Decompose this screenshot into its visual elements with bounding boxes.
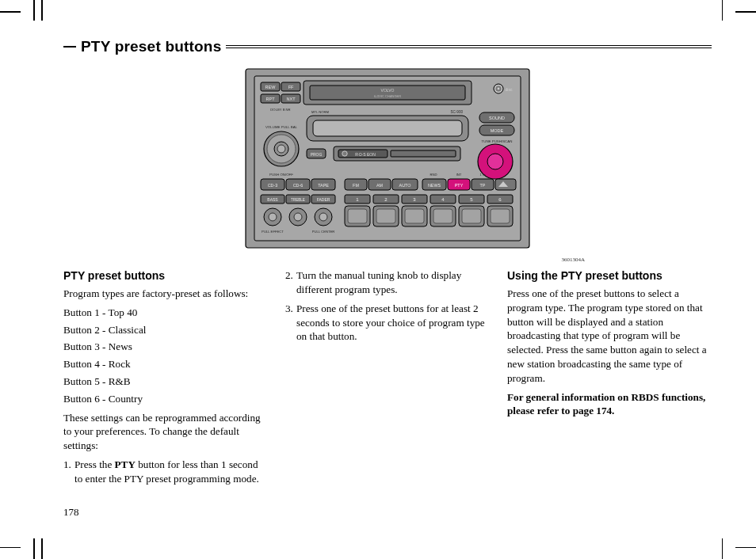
step-item: 3.Press one of the preset buttons for at… <box>285 302 490 344</box>
svg-rect-37 <box>391 150 456 157</box>
svg-text:disc: disc <box>506 87 513 92</box>
reference-note: For general information on RBDS function… <box>507 390 712 419</box>
svg-text:NEWS: NEWS <box>428 183 441 188</box>
radio-illustration: VOLVO 6-DISC CHANGER REW FF RPT NXT disc… <box>245 68 530 249</box>
figure-caption: 3601304A <box>63 257 712 264</box>
column-2: 2.Turn the manual tuning knob to display… <box>285 268 490 491</box>
preset-list: Button 1 - Top 40 Button 2 - Classical B… <box>63 306 268 406</box>
svg-text:R·D·S EON: R·D·S EON <box>355 152 376 157</box>
svg-text:INT: INT <box>456 173 462 177</box>
svg-text:RND: RND <box>430 173 437 177</box>
preset-item: Button 6 - Country <box>63 392 268 406</box>
svg-point-75 <box>319 213 327 221</box>
svg-text:PROG: PROG <box>311 152 323 157</box>
svg-text:CD-6: CD-6 <box>293 183 304 188</box>
preset-item: Button 4 - Rock <box>63 357 268 371</box>
column-3: Using the PTY preset buttons Press one o… <box>507 268 712 491</box>
svg-point-71 <box>269 213 277 221</box>
svg-text:SC-900: SC-900 <box>450 110 463 114</box>
svg-text:PTY: PTY <box>455 183 464 188</box>
column-1: PTY preset buttons Program types are fac… <box>63 268 268 491</box>
preset-item: Button 1 - Top 40 <box>63 306 268 320</box>
svg-rect-91 <box>348 209 367 223</box>
svg-text:TP: TP <box>480 183 486 188</box>
svg-point-39 <box>487 154 503 169</box>
step-item: 1. Press the PTY button for less than 1 … <box>63 458 268 486</box>
svg-text:PULL  CENTER: PULL CENTER <box>312 230 335 234</box>
title-rule-right <box>226 45 712 48</box>
page-title: PTY preset buttons <box>81 36 221 57</box>
svg-text:1 hr: 1 hr <box>479 173 486 177</box>
page-title-bar: PTY preset buttons <box>63 36 712 57</box>
svg-point-35 <box>342 150 347 155</box>
svg-text:RPT: RPT <box>266 97 276 101</box>
page-number: 178 <box>63 505 79 519</box>
svg-point-14 <box>498 87 500 89</box>
svg-text:PUSH  ON/OFF: PUSH ON/OFF <box>269 173 293 177</box>
section-heading: PTY preset buttons <box>63 268 268 283</box>
svg-text:AUTO: AUTO <box>399 183 411 188</box>
svg-text:SOUND: SOUND <box>489 116 505 120</box>
section-heading: Using the PTY preset buttons <box>507 268 712 283</box>
svg-text:MTL NORM: MTL NORM <box>311 110 330 114</box>
svg-text:TREBLE: TREBLE <box>291 198 305 202</box>
svg-text:BASS: BASS <box>267 197 278 202</box>
subbrand-text: 6-DISC CHANGER <box>374 94 401 98</box>
body-text: Press one of the preset buttons to selec… <box>507 287 712 386</box>
svg-text:TUNE PUSH/SCAN: TUNE PUSH/SCAN <box>482 139 513 143</box>
body-text: These settings can be reprogrammed accor… <box>63 411 268 453</box>
svg-text:DOLBY B NR: DOLBY B NR <box>270 108 290 112</box>
svg-text:FM: FM <box>353 183 359 188</box>
svg-text:AM: AM <box>376 183 384 188</box>
step-item: 2.Turn the manual tuning knob to display… <box>285 268 490 297</box>
preset-item: Button 5 - R&B <box>63 375 268 389</box>
svg-rect-99 <box>462 209 481 223</box>
svg-rect-20 <box>313 120 462 136</box>
svg-rect-95 <box>405 209 424 223</box>
preset-item: Button 2 - Classical <box>63 323 268 337</box>
svg-text:CD-3: CD-3 <box>268 183 278 188</box>
svg-text:FF: FF <box>288 85 294 89</box>
svg-text:NXT: NXT <box>287 97 296 101</box>
svg-rect-93 <box>376 209 395 223</box>
svg-text:TAPE: TAPE <box>318 183 329 188</box>
title-rule-left <box>63 46 76 48</box>
svg-rect-97 <box>433 209 452 223</box>
svg-rect-101 <box>491 209 510 223</box>
intro-text: Program types are factory-preset as foll… <box>63 287 268 301</box>
svg-point-73 <box>294 213 302 221</box>
svg-text:PULL  EFFECT: PULL EFFECT <box>262 230 284 234</box>
svg-text:MODE: MODE <box>491 128 504 133</box>
svg-text:FADER: FADER <box>317 197 330 202</box>
svg-point-30 <box>277 145 285 153</box>
brand-text: VOLVO <box>381 88 395 93</box>
svg-text:REW: REW <box>265 85 277 89</box>
svg-text:VOLUME PULL BAL: VOLUME PULL BAL <box>265 125 298 129</box>
preset-item: Button 3 - News <box>63 340 268 354</box>
